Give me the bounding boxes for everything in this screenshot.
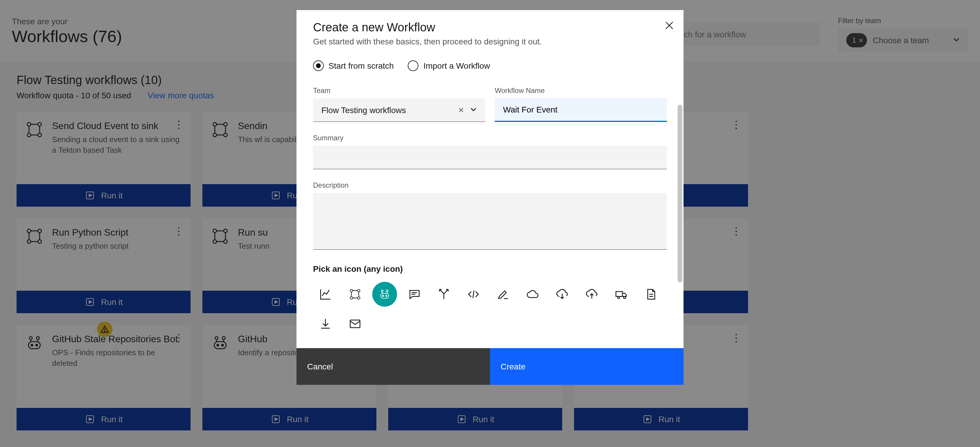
highlight-icon-option[interactable] bbox=[491, 282, 515, 307]
summary-input[interactable] bbox=[313, 146, 667, 169]
truck-icon-option[interactable] bbox=[609, 282, 634, 307]
close-icon[interactable] bbox=[663, 19, 675, 31]
create-button[interactable]: Create bbox=[490, 348, 684, 385]
bot-icon-option[interactable] bbox=[372, 282, 397, 307]
team-select-value: Flow Testing workflows bbox=[321, 105, 406, 115]
radio-dot-icon bbox=[313, 61, 324, 71]
svg-rect-94 bbox=[616, 292, 622, 297]
icon-picker-label: Pick an icon (any icon) bbox=[313, 264, 667, 273]
svg-point-90 bbox=[385, 295, 387, 296]
cancel-button[interactable]: Cancel bbox=[296, 348, 490, 385]
mail-icon-option[interactable] bbox=[343, 311, 368, 336]
radio-label: Import a Workflow bbox=[423, 61, 490, 70]
modal-subtitle: Get started with these basics, then proc… bbox=[313, 37, 667, 46]
svg-point-87 bbox=[386, 290, 388, 292]
description-input[interactable] bbox=[313, 193, 667, 250]
flow-icon-option[interactable] bbox=[343, 282, 368, 307]
create-workflow-modal: Create a new Workflow Get started with t… bbox=[296, 10, 684, 385]
cloud-download-icon-option[interactable] bbox=[550, 282, 574, 307]
svg-point-82 bbox=[350, 289, 353, 292]
create-button-label: Create bbox=[501, 362, 525, 371]
cancel-button-label: Cancel bbox=[307, 362, 333, 371]
svg-point-84 bbox=[350, 297, 353, 299]
radio-start-from-scratch[interactable]: Start from scratch bbox=[313, 61, 394, 71]
svg-rect-99 bbox=[350, 320, 360, 328]
document-icon-option[interactable] bbox=[638, 282, 663, 307]
svg-rect-88 bbox=[380, 293, 389, 299]
svg-point-85 bbox=[358, 297, 360, 299]
svg-point-86 bbox=[381, 290, 383, 292]
chart-icon-option[interactable] bbox=[313, 282, 338, 307]
modal-overlay: Create a new Workflow Get started with t… bbox=[0, 0, 980, 447]
radio-import-workflow[interactable]: Import a Workflow bbox=[408, 61, 490, 71]
summary-field-label: Summary bbox=[313, 134, 667, 142]
split-icon-option[interactable] bbox=[431, 282, 456, 307]
radio-dot-icon bbox=[408, 61, 419, 71]
modal-title: Create a new Workflow bbox=[313, 21, 667, 34]
code-icon-option[interactable] bbox=[461, 282, 486, 307]
svg-point-96 bbox=[624, 296, 625, 299]
svg-point-83 bbox=[358, 289, 360, 292]
svg-point-89 bbox=[382, 295, 383, 296]
workflow-name-input[interactable] bbox=[495, 98, 667, 122]
name-field-label: Workflow Name bbox=[495, 86, 667, 95]
svg-line-93 bbox=[473, 291, 474, 298]
chat-icon-option[interactable] bbox=[402, 282, 427, 307]
chevron-down-icon bbox=[470, 105, 477, 115]
cloud-upload-icon-option[interactable] bbox=[579, 282, 604, 307]
description-field-label: Description bbox=[313, 181, 667, 190]
svg-point-95 bbox=[617, 296, 620, 299]
radio-label: Start from scratch bbox=[328, 61, 394, 70]
cloud-icon-option[interactable] bbox=[520, 282, 545, 307]
download-icon-option[interactable] bbox=[313, 311, 338, 336]
clear-icon[interactable]: × bbox=[458, 104, 464, 115]
team-field-label: Team bbox=[313, 86, 485, 95]
modal-scrollbar[interactable] bbox=[678, 105, 682, 283]
icon-picker-grid bbox=[313, 282, 667, 336]
team-select-input[interactable]: Flow Testing workflows × bbox=[313, 98, 485, 122]
